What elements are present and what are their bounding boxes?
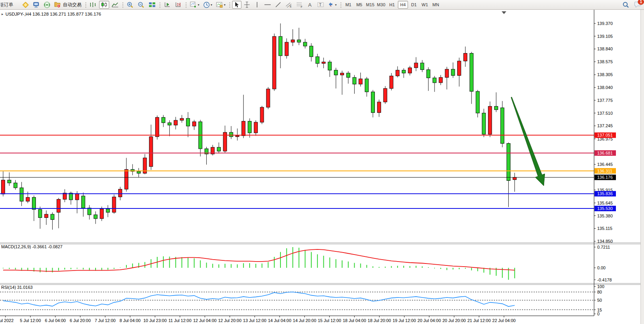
price-tick-label: 135.115 [597,226,612,231]
price-tick-label: 137.775 [597,98,613,103]
time-tick-label: 6 Jul 20:00 [70,318,91,323]
zoom-out-button[interactable] [136,1,146,9]
candlestick-chart-button[interactable] [99,1,109,9]
time-tick-label: 5 Jul 12:00 [20,318,41,323]
timeframe-m30[interactable]: M30 [376,1,386,9]
auto-trading-button[interactable]: 自动交易 [53,1,83,9]
time-tick-label: 20 Jul 20:00 [442,318,466,323]
price-tick-label: 137.510 [597,111,613,116]
fibonacci-button[interactable]: F [295,1,305,9]
macd-axis-label: 0.7211 [597,245,610,249]
trendline-button[interactable] [273,1,283,9]
toolbar-grip[interactable] [85,2,87,8]
line-chart-button[interactable] [110,1,120,9]
timeframe-m15[interactable]: M15 [365,1,375,9]
templates-button[interactable]: ▾ [215,1,227,9]
rsi-axis-label: 50 [597,298,602,303]
indicators-button[interactable]: ▾ [188,1,201,9]
auto-trading-label: 自动交易 [63,2,82,8]
candle [156,116,159,140]
search-icon [622,1,629,8]
candle [266,87,270,109]
dropdown-arrow-icon: ▾ [211,3,212,7]
auto-scroll-button[interactable] [162,1,172,9]
horizontal-line-icon [264,3,271,7]
zoom-in-icon [127,2,134,8]
text-label-button[interactable]: T [316,1,326,9]
crosshair-button[interactable] [242,1,252,9]
time-tick-label: 22 Jul 04:00 [492,318,516,323]
arrows-button[interactable]: ▾ [326,1,338,9]
text-label-icon: T [317,2,324,8]
channel-button[interactable]: E [284,1,294,9]
clock-icon [203,2,210,8]
metaeditor-button[interactable] [31,1,41,9]
bar-chart-button[interactable] [88,1,98,9]
timeframe-h4[interactable]: H4 [398,1,408,9]
signals-button[interactable] [42,1,52,9]
new-order-button[interactable]: 新订单 [0,1,20,9]
chart-shift-button[interactable] [173,1,183,9]
chart-type-group [88,0,121,9]
dropdown-arrow-icon: ▾ [335,3,337,7]
toolbar-grip[interactable] [185,2,187,8]
macd-axis-label: -0.4178 [597,278,612,282]
text-button[interactable]: A [305,1,315,9]
vertical-line-button[interactable] [252,1,262,9]
toolbar-grip[interactable] [159,2,161,8]
dropdown-arrow-icon: ▾ [198,3,199,7]
gold-gem-icon [22,2,29,8]
price-tick-label: 138.840 [597,46,613,51]
timeframe-mn[interactable]: MN [431,1,441,9]
timeframe-d1[interactable]: D1 [409,1,419,9]
toolbar-right: 1 [620,1,644,9]
time-tick-label: 7 Jul 12:00 [95,318,116,323]
price-tick-label: 134.850 [597,239,613,244]
crosshair-icon [244,2,250,8]
toolbar-grip[interactable] [340,2,342,8]
dropdown-arrow-icon: ▾ [224,3,225,7]
auto-trading-icon [54,2,61,8]
zoom-group [125,0,158,9]
signal-icon [44,2,50,8]
timeframe-m5[interactable]: M5 [354,1,364,9]
candle [383,86,387,104]
notifications-button[interactable]: 1 [634,1,642,9]
computer-icon [33,2,40,8]
trendline-icon [275,2,281,8]
time-tick-label: 18 Jul 20:00 [368,318,391,323]
price-badge-label: 136.681 [597,151,613,155]
channel-icon: E [285,2,292,8]
rsi-label: RSI(14) 31.0163 [1,285,33,290]
price-chart-canvas[interactable]: MACD(12,26,9) -0.3661 -0.0827RSI(14) 31.… [0,0,644,324]
price-badge-label: 136.311 [597,169,612,173]
time-tick-label: 11 Jul 12:00 [169,318,192,323]
toolbar-grip[interactable] [122,2,124,8]
tile-windows-button[interactable] [147,1,157,9]
svg-text:T: T [319,3,321,7]
market-button[interactable] [21,1,30,9]
line-chart-icon [112,2,119,8]
price-tick-label: 138.575 [597,59,613,64]
horizontal-line-button[interactable] [263,1,273,9]
new-order-label: 新订单 [0,2,13,8]
price-tick-label: 136.445 [597,162,613,167]
time-tick-label: 14 Jul 20:00 [293,318,316,323]
candle [260,106,264,124]
candle [273,34,276,91]
zoom-in-button[interactable] [125,1,135,9]
time-tick-label: 21 Jul 12:00 [467,318,491,323]
toolbar-grip[interactable] [229,2,231,8]
price-tick-label: 139.370 [597,21,613,26]
time-tick-label: 6 Jul 04:00 [45,318,66,323]
macd-axis-label: 0.00 [597,265,605,270]
cursor-button[interactable] [232,1,241,9]
search-button[interactable] [621,1,631,9]
timeframe-w1[interactable]: W1 [420,1,430,9]
periods-button[interactable]: ▾ [202,1,214,9]
timeframe-m1[interactable]: M1 [343,1,353,9]
main-toolbar: 新订单 自动交易 [0,0,644,10]
auto-scroll-icon [164,2,171,8]
timeframe-h1[interactable]: H1 [387,1,397,9]
candle [500,101,504,148]
